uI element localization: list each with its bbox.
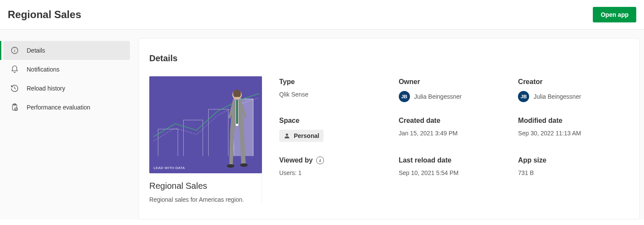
avatar: JB	[518, 91, 529, 102]
meta-value: Jan 15, 2021 3:49 PM	[399, 130, 510, 137]
page-title: Regional Sales	[8, 9, 81, 21]
sidebar: Details Notifications Reload history Per…	[0, 38, 133, 219]
sidebar-item-label: Details	[27, 47, 45, 54]
bell-icon	[10, 65, 19, 74]
page-body: Details Notifications Reload history Per…	[0, 30, 644, 219]
meta-label: Created date	[399, 117, 510, 125]
meta-label: Modified date	[518, 117, 629, 125]
businessman-illustration	[224, 87, 250, 169]
meta-creator: Creator JB Julia Beingessner	[518, 78, 629, 102]
content-heading: Details	[149, 53, 629, 63]
sidebar-item-label: Notifications	[27, 66, 59, 73]
meta-value: Users: 1	[279, 169, 390, 176]
space-badge[interactable]: Personal	[279, 130, 324, 142]
app-name: Regional Sales	[149, 181, 244, 191]
person-icon	[283, 132, 290, 139]
meta-label: Owner	[399, 78, 510, 86]
meta-label: Creator	[518, 78, 629, 86]
meta-label: Type	[279, 78, 390, 86]
meta-value: Qlik Sense	[279, 91, 390, 98]
sidebar-item-details[interactable]: Details	[3, 41, 130, 60]
sidebar-item-label: Performance evaluation	[27, 104, 90, 111]
meta-created: Created date Jan 15, 2021 3:49 PM	[399, 117, 510, 142]
clipboard-check-icon	[10, 103, 19, 112]
app-thumbnail: LEAD WITH DATA	[149, 76, 262, 173]
open-app-button[interactable]: Open app	[593, 7, 636, 22]
meta-label: Space	[279, 117, 390, 125]
meta-value: Sep 10, 2021 5:54 PM	[399, 169, 510, 176]
sidebar-item-performance[interactable]: Performance evaluation	[3, 98, 130, 117]
meta-label: App size	[518, 156, 629, 164]
meta-owner: Owner JB Julia Beingessner	[399, 78, 510, 102]
meta-size: App size 731 B	[518, 156, 629, 176]
space-name: Personal	[294, 132, 319, 139]
svg-point-10	[240, 163, 248, 167]
thumbnail-banner-text: LEAD WITH DATA	[154, 166, 185, 170]
meta-label: Last reload date	[399, 156, 510, 164]
creator-row: JB Julia Beingessner	[518, 91, 629, 102]
sidebar-item-reload-history[interactable]: Reload history	[3, 79, 130, 98]
meta-space: Space Personal	[279, 117, 390, 142]
avatar: JB	[399, 91, 410, 102]
meta-value: Sep 30, 2022 11:13 AM	[518, 130, 629, 137]
content-panel: Details	[139, 38, 640, 219]
details-grid: LEAD WITH DATA Regional Sales Regional s…	[149, 76, 629, 203]
app-description: Regional sales for Americas region.	[149, 196, 244, 203]
owner-row: JB Julia Beingessner	[399, 91, 510, 102]
info-icon[interactable]: i	[316, 156, 324, 164]
metadata-grid: Type Qlik Sense Owner JB Julia Beingessn…	[279, 76, 629, 203]
svg-point-9	[227, 164, 234, 168]
page-header: Regional Sales Open app	[0, 0, 644, 30]
creator-name: Julia Beingessner	[533, 93, 581, 100]
meta-label: Viewed by i	[279, 156, 390, 164]
thumbnail-column: LEAD WITH DATA Regional Sales Regional s…	[149, 76, 262, 203]
meta-type: Type Qlik Sense	[279, 78, 390, 102]
sidebar-item-notifications[interactable]: Notifications	[3, 60, 130, 79]
svg-point-1	[14, 49, 15, 49]
history-icon	[10, 84, 19, 93]
sidebar-item-label: Reload history	[27, 85, 65, 92]
meta-modified: Modified date Sep 30, 2022 11:13 AM	[518, 117, 629, 142]
owner-name: Julia Beingessner	[414, 93, 462, 100]
svg-rect-8	[236, 100, 238, 124]
meta-viewed: Viewed by i Users: 1	[279, 156, 390, 176]
svg-point-11	[286, 134, 288, 136]
info-icon	[10, 46, 19, 55]
meta-reload: Last reload date Sep 10, 2021 5:54 PM	[399, 156, 510, 176]
meta-value: 731 B	[518, 169, 629, 176]
